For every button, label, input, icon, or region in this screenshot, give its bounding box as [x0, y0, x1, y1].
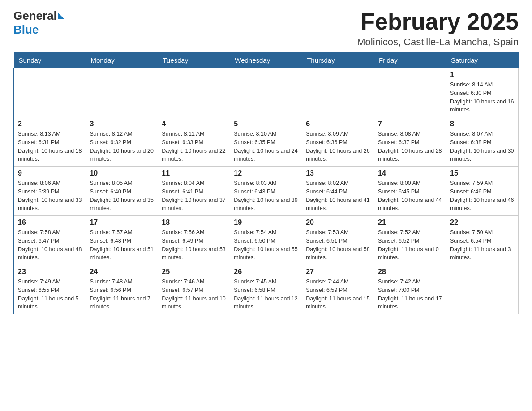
day-number: 17 — [90, 218, 154, 227]
day-info: Sunrise: 8:05 AM Sunset: 6:40 PM Dayligh… — [90, 179, 154, 213]
title-block: February 2025 Molinicos, Castille-La Man… — [357, 9, 519, 48]
logo-blue-container — [57, 13, 64, 20]
day-number: 2 — [18, 120, 82, 128]
day-info: Sunrise: 7:52 AM Sunset: 6:52 PM Dayligh… — [378, 228, 442, 262]
table-cell — [86, 68, 158, 117]
day-number: 28 — [378, 268, 442, 276]
table-cell: 23Sunrise: 7:49 AM Sunset: 6:55 PM Dayli… — [14, 265, 86, 314]
day-info: Sunrise: 8:11 AM Sunset: 6:33 PM Dayligh… — [162, 130, 226, 163]
location-title: Molinicos, Castille-La Mancha, Spain — [357, 36, 519, 48]
day-info: Sunrise: 7:53 AM Sunset: 6:51 PM Dayligh… — [306, 228, 370, 262]
table-cell: 19Sunrise: 7:54 AM Sunset: 6:50 PM Dayli… — [230, 216, 302, 265]
table-cell: 24Sunrise: 7:48 AM Sunset: 6:56 PM Dayli… — [86, 265, 158, 314]
day-number: 1 — [450, 71, 515, 79]
table-cell: 16Sunrise: 7:58 AM Sunset: 6:47 PM Dayli… — [14, 216, 86, 265]
table-cell: 14Sunrise: 8:00 AM Sunset: 6:45 PM Dayli… — [374, 167, 446, 216]
table-cell: 6Sunrise: 8:09 AM Sunset: 6:36 PM Daylig… — [302, 117, 374, 167]
header-wednesday: Wednesday — [230, 53, 302, 68]
table-cell: 21Sunrise: 7:52 AM Sunset: 6:52 PM Dayli… — [374, 216, 446, 265]
day-info: Sunrise: 8:06 AM Sunset: 6:39 PM Dayligh… — [18, 179, 82, 213]
day-number: 24 — [90, 268, 154, 276]
table-cell: 7Sunrise: 8:08 AM Sunset: 6:37 PM Daylig… — [374, 117, 446, 167]
day-number: 26 — [234, 268, 298, 276]
table-cell: 5Sunrise: 8:10 AM Sunset: 6:35 PM Daylig… — [230, 117, 302, 167]
header-tuesday: Tuesday — [158, 53, 230, 68]
table-cell: 12Sunrise: 8:03 AM Sunset: 6:43 PM Dayli… — [230, 167, 302, 216]
logo-triangle-icon — [58, 13, 64, 19]
table-cell — [446, 265, 519, 314]
day-info: Sunrise: 7:59 AM Sunset: 6:46 PM Dayligh… — [450, 179, 515, 213]
day-info: Sunrise: 8:03 AM Sunset: 6:43 PM Dayligh… — [234, 179, 298, 213]
day-info: Sunrise: 8:14 AM Sunset: 6:30 PM Dayligh… — [450, 81, 515, 114]
day-info: Sunrise: 7:50 AM Sunset: 6:54 PM Dayligh… — [450, 228, 515, 262]
day-number: 10 — [90, 169, 154, 177]
day-number: 9 — [18, 169, 82, 177]
calendar-table: Sunday Monday Tuesday Wednesday Thursday… — [13, 52, 519, 314]
logo: General Blue — [13, 9, 64, 37]
month-title: February 2025 — [357, 9, 519, 34]
day-number: 27 — [306, 268, 370, 276]
table-cell: 20Sunrise: 7:53 AM Sunset: 6:51 PM Dayli… — [302, 216, 374, 265]
day-info: Sunrise: 8:08 AM Sunset: 6:37 PM Dayligh… — [378, 130, 442, 163]
table-cell: 9Sunrise: 8:06 AM Sunset: 6:39 PM Daylig… — [14, 167, 86, 216]
day-info: Sunrise: 8:13 AM Sunset: 6:31 PM Dayligh… — [18, 130, 82, 163]
week-row-5: 23Sunrise: 7:49 AM Sunset: 6:55 PM Dayli… — [14, 265, 519, 314]
day-info: Sunrise: 8:10 AM Sunset: 6:35 PM Dayligh… — [234, 130, 298, 163]
day-number: 6 — [306, 120, 370, 128]
table-cell: 10Sunrise: 8:05 AM Sunset: 6:40 PM Dayli… — [86, 167, 158, 216]
day-info: Sunrise: 8:12 AM Sunset: 6:32 PM Dayligh… — [90, 130, 154, 163]
table-cell — [374, 68, 446, 117]
day-number: 5 — [234, 120, 298, 128]
table-cell: 28Sunrise: 7:42 AM Sunset: 7:00 PM Dayli… — [374, 265, 446, 314]
day-number: 11 — [162, 169, 226, 177]
day-info: Sunrise: 8:02 AM Sunset: 6:44 PM Dayligh… — [306, 179, 370, 213]
table-cell: 15Sunrise: 7:59 AM Sunset: 6:46 PM Dayli… — [446, 167, 519, 216]
weekday-header-row: Sunday Monday Tuesday Wednesday Thursday… — [14, 53, 519, 68]
table-cell: 26Sunrise: 7:45 AM Sunset: 6:58 PM Dayli… — [230, 265, 302, 314]
day-number: 25 — [162, 268, 226, 276]
day-info: Sunrise: 7:54 AM Sunset: 6:50 PM Dayligh… — [234, 228, 298, 262]
day-info: Sunrise: 7:48 AM Sunset: 6:56 PM Dayligh… — [90, 278, 154, 311]
day-number: 12 — [234, 169, 298, 177]
table-cell: 27Sunrise: 7:44 AM Sunset: 6:59 PM Dayli… — [302, 265, 374, 314]
table-cell: 18Sunrise: 7:56 AM Sunset: 6:49 PM Dayli… — [158, 216, 230, 265]
day-number: 13 — [306, 169, 370, 177]
logo-blue-text: Blue — [13, 23, 39, 37]
table-cell: 3Sunrise: 8:12 AM Sunset: 6:32 PM Daylig… — [86, 117, 158, 167]
day-number: 22 — [450, 218, 515, 227]
week-row-2: 2Sunrise: 8:13 AM Sunset: 6:31 PM Daylig… — [14, 117, 519, 167]
table-cell: 17Sunrise: 7:57 AM Sunset: 6:48 PM Dayli… — [86, 216, 158, 265]
day-number: 14 — [378, 169, 442, 177]
day-number: 7 — [378, 120, 442, 128]
day-number: 4 — [162, 120, 226, 128]
header-thursday: Thursday — [302, 53, 374, 68]
table-cell: 8Sunrise: 8:07 AM Sunset: 6:38 PM Daylig… — [446, 117, 519, 167]
header-saturday: Saturday — [446, 53, 519, 68]
table-cell: 1Sunrise: 8:14 AM Sunset: 6:30 PM Daylig… — [446, 68, 519, 117]
table-cell: 4Sunrise: 8:11 AM Sunset: 6:33 PM Daylig… — [158, 117, 230, 167]
day-info: Sunrise: 7:58 AM Sunset: 6:47 PM Dayligh… — [18, 228, 82, 262]
table-cell — [158, 68, 230, 117]
day-number: 15 — [450, 169, 515, 177]
day-info: Sunrise: 8:07 AM Sunset: 6:38 PM Dayligh… — [450, 130, 515, 163]
day-info: Sunrise: 7:42 AM Sunset: 7:00 PM Dayligh… — [378, 278, 442, 311]
header-sunday: Sunday — [14, 53, 86, 68]
page-header: General Blue February 2025 Molinicos, Ca… — [13, 9, 519, 48]
day-info: Sunrise: 7:49 AM Sunset: 6:55 PM Dayligh… — [18, 278, 82, 311]
table-cell — [230, 68, 302, 117]
day-info: Sunrise: 7:46 AM Sunset: 6:57 PM Dayligh… — [162, 278, 226, 311]
day-info: Sunrise: 8:04 AM Sunset: 6:41 PM Dayligh… — [162, 179, 226, 213]
day-info: Sunrise: 7:44 AM Sunset: 6:59 PM Dayligh… — [306, 278, 370, 311]
day-number: 20 — [306, 218, 370, 227]
day-info: Sunrise: 8:09 AM Sunset: 6:36 PM Dayligh… — [306, 130, 370, 163]
day-number: 23 — [18, 268, 82, 276]
table-cell: 25Sunrise: 7:46 AM Sunset: 6:57 PM Dayli… — [158, 265, 230, 314]
header-monday: Monday — [86, 53, 158, 68]
day-number: 16 — [18, 218, 82, 227]
day-number: 18 — [162, 218, 226, 227]
day-number: 3 — [90, 120, 154, 128]
week-row-3: 9Sunrise: 8:06 AM Sunset: 6:39 PM Daylig… — [14, 167, 519, 216]
day-number: 8 — [450, 120, 515, 128]
table-cell: 11Sunrise: 8:04 AM Sunset: 6:41 PM Dayli… — [158, 167, 230, 216]
table-cell: 13Sunrise: 8:02 AM Sunset: 6:44 PM Dayli… — [302, 167, 374, 216]
